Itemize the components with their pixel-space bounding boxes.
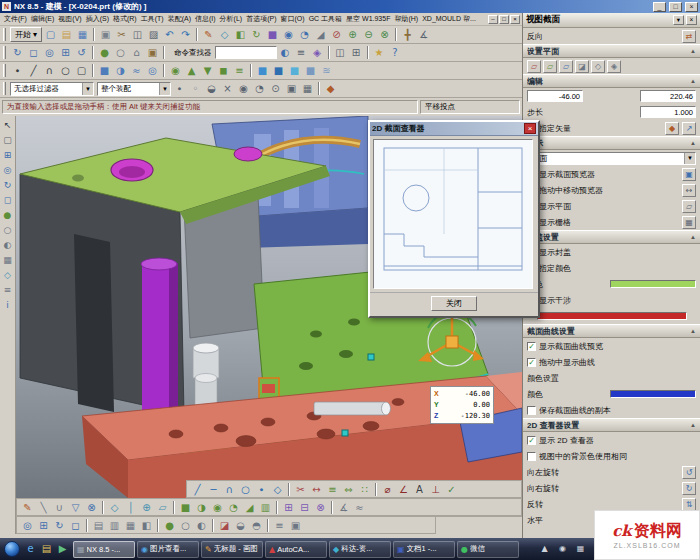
fit-tool-icon[interactable]: ◻ xyxy=(1,193,15,207)
wireframe-display-icon[interactable]: ○ xyxy=(178,518,193,533)
show-curves-on-drag-checkbox[interactable]: ✓ xyxy=(527,358,536,367)
distance-range-value-2[interactable]: 220.46 xyxy=(640,90,696,102)
inferred-vector-button[interactable]: ↗ xyxy=(682,122,696,135)
point-icon[interactable]: ∙ xyxy=(10,63,25,78)
start-menu-button[interactable]: 开始 ▾ xyxy=(10,27,42,42)
half-shade-icon[interactable]: ◐ xyxy=(1,238,15,252)
boss-icon[interactable]: ▲ xyxy=(184,63,199,78)
sweep-icon[interactable]: ≈ xyxy=(129,63,144,78)
paste-icon[interactable]: ▨ xyxy=(146,27,161,42)
save-icon[interactable]: ▦ xyxy=(75,27,90,42)
task-wechat[interactable]: ●微信 xyxy=(457,541,519,558)
save-curve-copy[interactable]: 保存截面曲线的副本 xyxy=(523,402,700,418)
show-interference[interactable]: ✓显示干涉 xyxy=(523,292,700,308)
quick-extend-icon[interactable]: ↔ xyxy=(309,482,324,497)
rib-icon[interactable]: ≡ xyxy=(232,63,247,78)
datum-display-icon[interactable]: ◇ xyxy=(1,268,15,282)
pan-view-icon[interactable]: ⊞ xyxy=(58,45,73,60)
wireframe-mode-icon[interactable]: ○ xyxy=(113,45,128,60)
show-curve-preview-checkbox[interactable]: ✓ xyxy=(527,342,536,351)
tray-volume-icon[interactable]: ◉ xyxy=(555,541,570,557)
datum-plane-2-icon[interactable]: ◇ xyxy=(107,500,122,515)
menu-item-2[interactable]: 视图(V) xyxy=(56,14,83,24)
menu-item-13[interactable]: 帮助(H) xyxy=(392,14,420,24)
subtract-2-icon[interactable]: ⊟ xyxy=(297,500,312,515)
plane-zc-button[interactable]: ▱ xyxy=(559,60,573,73)
revolve-2-icon[interactable]: ◑ xyxy=(194,500,209,515)
menu-item-10[interactable]: 窗口(O) xyxy=(279,14,307,24)
copy-icon[interactable]: ◫ xyxy=(130,27,145,42)
menu-item-6[interactable]: 装配(A) xyxy=(166,14,193,24)
rotate-right-button[interactable]: ↻ xyxy=(682,482,696,495)
datum-axis-icon[interactable]: │ xyxy=(123,500,138,515)
show-plane[interactable]: 显示平面▱ xyxy=(523,198,700,214)
show-section-preview[interactable]: ✓显示截面预览器▣ xyxy=(523,166,700,182)
rotate-left-button[interactable]: ↺ xyxy=(682,466,696,479)
tray-network-icon[interactable]: ▦ xyxy=(573,541,588,557)
ie-icon[interactable]: e xyxy=(23,541,38,557)
intersect-2-icon[interactable]: ⊗ xyxy=(313,500,328,515)
zoom-in-icon[interactable]: ◎ xyxy=(42,45,57,60)
chamfer-icon[interactable]: ◢ xyxy=(313,27,328,42)
menu-item-14[interactable]: XD_MOULD 帮... xyxy=(420,14,478,24)
snap-midpoint-icon[interactable]: ◒ xyxy=(204,81,219,96)
menu-item-4[interactable]: 格式(R) xyxy=(111,14,139,24)
hide-object-icon[interactable]: ◒ xyxy=(233,518,248,533)
shaded-display-icon[interactable]: ● xyxy=(162,518,177,533)
menu-item-12[interactable]: 星空 W1.935F xyxy=(344,14,392,24)
specify-color-row[interactable]: 指定颜色 xyxy=(523,260,700,276)
section-preview-button[interactable]: ▣ xyxy=(682,168,696,181)
profile-icon[interactable]: ╱ xyxy=(190,482,205,497)
front-view-icon[interactable]: ▤ xyxy=(91,518,106,533)
snap-quadrant-icon[interactable]: ◔ xyxy=(252,81,267,96)
line-icon[interactable]: ╱ xyxy=(26,63,41,78)
sketch-text-icon[interactable]: A xyxy=(412,482,427,497)
select-icon[interactable]: ↖ xyxy=(1,118,15,132)
task-paint[interactable]: ✎无标题 - 画图 xyxy=(201,541,263,558)
object-display-icon[interactable]: ◈ xyxy=(310,45,325,60)
assembly-add-icon[interactable]: ■ xyxy=(255,63,270,78)
zoom-icon[interactable]: ◎ xyxy=(20,518,35,533)
refresh-icon[interactable]: ↻ xyxy=(10,45,25,60)
redo-icon[interactable]: ↷ xyxy=(178,27,193,42)
quick-trim-icon[interactable]: ✂ xyxy=(293,482,308,497)
child-restore-button[interactable]: □ xyxy=(499,15,509,24)
assembly-move-icon[interactable]: ■ xyxy=(287,63,302,78)
dialog-title-bar[interactable]: 2D 截面查看器 × xyxy=(370,122,538,136)
layer-icon[interactable]: ≡ xyxy=(294,45,309,60)
geometric-constraint-icon[interactable]: ⊥ xyxy=(428,482,443,497)
panel-header[interactable]: 视图截面 ▾ × xyxy=(523,13,700,28)
snap-intersection-icon[interactable]: × xyxy=(220,81,235,96)
assembly-constrain-icon[interactable]: ■ xyxy=(271,63,286,78)
explorer-icon[interactable]: ▤ xyxy=(39,541,54,557)
measure-icon[interactable]: ∡ xyxy=(416,27,431,42)
menu-item-11[interactable]: GC 工具箱 xyxy=(307,14,344,24)
extrude-feature-icon[interactable]: ■ xyxy=(97,63,112,78)
sketch-point-icon[interactable]: ∙ xyxy=(254,482,269,497)
task-image-viewer[interactable]: ◉图片查看... xyxy=(137,541,199,558)
sketch-arc-icon[interactable]: ∩ xyxy=(222,482,237,497)
vector-dialog-button[interactable]: ◆ xyxy=(665,122,679,135)
extrude-2-icon[interactable]: ■ xyxy=(178,500,193,515)
reverse-direction-button[interactable]: ⇄ xyxy=(682,30,696,43)
intersect-icon[interactable]: ⊗ xyxy=(377,27,392,42)
touch-mode-icon[interactable]: ⊞ xyxy=(349,45,364,60)
snap-on-face-icon[interactable]: ▣ xyxy=(284,81,299,96)
revolve-feature-icon[interactable]: ◑ xyxy=(113,63,128,78)
flip-vertical-button[interactable]: ⇅ xyxy=(682,498,696,511)
horizontal-cylinder[interactable] xyxy=(314,402,391,415)
clip-section-icon[interactable]: ◪ xyxy=(217,518,232,533)
fit-view-icon[interactable]: ◻ xyxy=(68,518,83,533)
edge-blend-icon[interactable]: ◔ xyxy=(297,27,312,42)
show-hide-icon[interactable]: ◐ xyxy=(278,45,293,60)
snapshot-icon[interactable]: ▣ xyxy=(145,45,160,60)
panel-collapse-button[interactable]: ▾ xyxy=(673,15,684,25)
plane-yc-button[interactable]: ▱ xyxy=(543,60,557,73)
divide-curve-icon[interactable]: ╲ xyxy=(36,500,51,515)
sketch-polygon-icon[interactable]: ◇ xyxy=(270,482,285,497)
new-file-icon[interactable]: ▢ xyxy=(43,27,58,42)
unite-icon[interactable]: ⊕ xyxy=(345,27,360,42)
cut-icon[interactable]: ✂ xyxy=(114,27,129,42)
arc-icon[interactable]: ∩ xyxy=(42,63,57,78)
task-autocad[interactable]: ▲AutoCA... xyxy=(265,541,327,558)
